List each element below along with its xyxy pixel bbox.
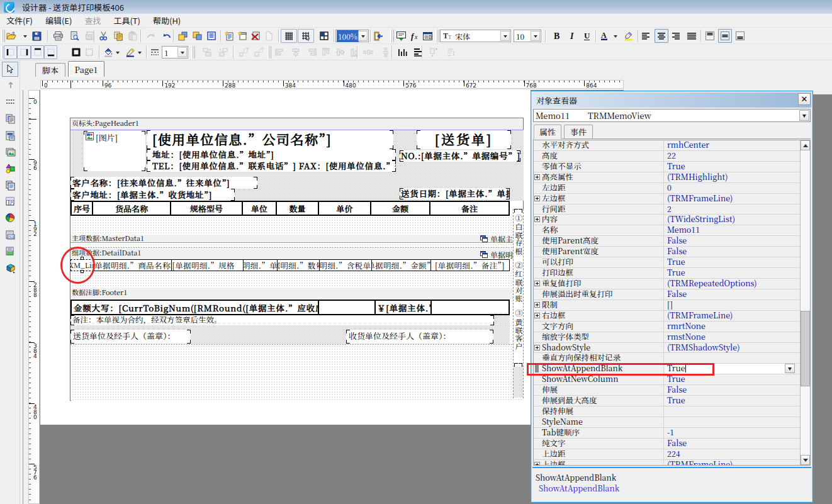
palette-picture-tool[interactable] (2, 145, 18, 160)
center-v-in-band-button[interactable] (444, 45, 458, 59)
property-row[interactable]: 行间距 2 (534, 204, 801, 215)
property-name[interactable]: 使用Parent宽度 (542, 247, 661, 257)
line-width-combo[interactable]: 1 (162, 46, 188, 59)
property-value[interactable]: -1 (663, 428, 801, 438)
inspector-title-bar[interactable]: 对象查看器 (532, 92, 811, 108)
property-name[interactable]: 左边距 (542, 183, 661, 193)
property-value[interactable]: (TRMHighlight) (663, 172, 801, 182)
sign-right-field[interactable]: 收货单位及经手人（盖章）： (346, 330, 493, 344)
property-value[interactable] (663, 406, 801, 417)
font-name-combo[interactable]: TT宋体 (440, 30, 511, 42)
grow-height-button[interactable] (252, 45, 266, 59)
detail-cell[interactable]: [单据明细.”备注”] (431, 260, 509, 271)
new-page-button[interactable] (236, 29, 249, 43)
sign-left-field[interactable]: 送货单位及经手人（盖章）： (70, 330, 191, 344)
property-value[interactable]: (TRMRepeatedOptions) (663, 279, 801, 289)
align-right-button[interactable] (668, 29, 682, 43)
show-grid-button[interactable] (281, 29, 297, 43)
palette-richtext-tool[interactable] (2, 128, 18, 143)
italic-button[interactable]: I (565, 29, 580, 43)
property-row[interactable]: 伸展到最大高度 True (534, 396, 801, 406)
customer-addr-field[interactable]: 客户地址：[单据主体.”收货地址”] (70, 189, 235, 201)
property-row[interactable]: 缩放字体类型 rmstNone (534, 332, 801, 343)
property-value[interactable]: True (663, 257, 801, 267)
property-name[interactable]: Tab键顺序 (542, 428, 661, 438)
frame-none-button[interactable] (82, 45, 96, 59)
palette-select-tool[interactable] (2, 62, 18, 77)
order-backward-button[interactable] (216, 45, 230, 59)
delivery-date-field[interactable]: 送货日期：[单据主体.”单据日期”] (400, 188, 510, 199)
same-height-button[interactable] (411, 45, 425, 59)
property-name[interactable]: 保持伸展 (542, 406, 661, 417)
property-row[interactable]: 上边距 224 (534, 449, 801, 460)
expression-fx-button[interactable]: fx (409, 29, 422, 43)
align-edges-top-button[interactable] (319, 45, 333, 59)
expand-icon[interactable] (534, 216, 540, 222)
detail-cell[interactable]: 明细.”含税单 (320, 260, 372, 271)
property-row[interactable]: 名称 Memo11 (534, 225, 801, 236)
cut-button[interactable] (96, 29, 111, 43)
valign-middle-button[interactable] (718, 29, 732, 43)
menu-item[interactable]: 工具(T) (107, 13, 147, 28)
palette-crosstab-tool[interactable] (2, 194, 18, 209)
property-value[interactable]: False (663, 289, 801, 300)
property-row[interactable]: 重复值打印 (TRMRepeatedOptions) (534, 279, 801, 289)
table-header-cell[interactable]: 规格型号 (171, 202, 243, 215)
property-name[interactable]: 名称 (542, 225, 661, 235)
frame-all-button[interactable] (69, 45, 82, 59)
property-value[interactable] (663, 353, 801, 363)
property-name[interactable]: 重复值打印 (542, 279, 661, 289)
amount-empty-cell[interactable] (319, 301, 376, 314)
property-row[interactable]: 高度 22 (534, 151, 801, 162)
delete-page-button[interactable] (249, 29, 262, 43)
copy-label-3[interactable]: ③黄联客户 (514, 310, 524, 350)
valign-top-button[interactable] (703, 29, 717, 43)
toolbar-grip[interactable] (436, 30, 439, 42)
detail-data-row[interactable]: 单据明细.”商品名称[单据明细.”规格明细.”单据明细.”数量明细.”含税单单据… (70, 259, 510, 271)
tab-properties[interactable]: 属性 (534, 125, 561, 139)
value-dropdown-icon[interactable] (785, 364, 795, 373)
palette-chart-tool[interactable] (2, 211, 18, 226)
palette-ole-tool[interactable]: OLE (2, 227, 18, 242)
menu-item[interactable]: 文件(F) (0, 13, 39, 28)
palette-advanced-tool[interactable] (2, 260, 18, 276)
doc-title-field[interactable]: [送货单] (417, 130, 511, 149)
property-name[interactable]: 内容 (542, 215, 661, 225)
band-label-masterdata[interactable]: 主项数据:MasterData1 单据主体 (70, 235, 523, 242)
property-row[interactable]: 保持伸展 (534, 406, 801, 417)
expand-icon[interactable] (534, 281, 540, 286)
space-horizontal-button[interactable] (361, 45, 375, 59)
property-row[interactable]: 内容 (TWideStringList) (534, 215, 801, 225)
property-row[interactable]: 零值不显示 True (534, 162, 801, 172)
company-name-field[interactable]: [使用单位信息.”公司名称”] (147, 130, 393, 149)
remark-field[interactable]: 备注：本单视为合约，经双方签章后生效。 (70, 315, 494, 325)
property-value[interactable]: 2 (663, 204, 801, 215)
property-value[interactable]: False (663, 385, 801, 395)
copies-strip[interactable]: ①白联存根 ②红联对账 ③黄联客户 (513, 209, 524, 398)
property-row[interactable]: ShowAtNewColumn True (534, 374, 801, 385)
property-name[interactable]: 文字方向 (542, 322, 661, 332)
align-edges-bottom-button[interactable] (347, 45, 361, 59)
palette-shape-tool[interactable] (2, 161, 18, 176)
detail-cell[interactable]: 单据明细.”金额” (372, 260, 431, 271)
table-header-cell[interactable]: 序号 (72, 202, 93, 215)
new-report-button[interactable] (222, 29, 236, 43)
table-header-cell[interactable]: 金额 (371, 202, 430, 215)
table-header-cell[interactable]: 备注 (430, 202, 509, 215)
property-name[interactable]: 右边框 (542, 311, 661, 321)
menu-item[interactable]: 帮助(H) (147, 13, 187, 28)
property-row[interactable]: 限制 [] (534, 300, 801, 311)
property-value[interactable]: True (663, 162, 801, 172)
picture-element[interactable]: [图片] (84, 131, 145, 171)
property-row[interactable]: Tab键顺序 -1 (534, 428, 801, 439)
property-name[interactable]: 伸展溢出时重复打印 (542, 289, 661, 300)
property-row[interactable]: 水平对齐方式 rmhCenter (534, 140, 801, 151)
print-preview-button[interactable] (67, 29, 82, 43)
palette-memo-tool[interactable] (2, 111, 18, 126)
property-value[interactable]: 22 (663, 151, 801, 161)
property-row[interactable]: 上边框 (TRMFrameLine) (534, 460, 801, 466)
description-link[interactable]: ShowAtAppendBlank (539, 483, 619, 494)
property-value[interactable]: rmhCenter (663, 140, 801, 150)
font-name-dropdown-icon[interactable] (500, 31, 510, 41)
amount-empty-cell2[interactable] (432, 301, 509, 314)
